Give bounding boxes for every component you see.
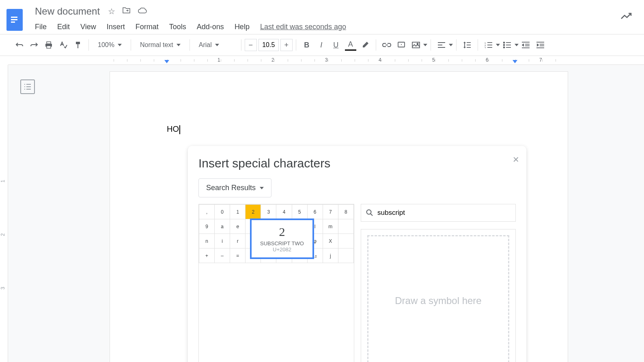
character-cell[interactable]: 4 bbox=[276, 205, 292, 219]
menu-format[interactable]: Format bbox=[136, 23, 159, 31]
character-tooltip: 2 SUBSCRIPT TWO U+2082 bbox=[250, 218, 314, 259]
character-cell[interactable]: 7 bbox=[323, 205, 338, 219]
align-dropdown-icon[interactable] bbox=[449, 44, 453, 46]
character-cell[interactable]: i bbox=[215, 234, 230, 248]
character-cell[interactable]: 2 bbox=[246, 205, 261, 219]
special-characters-dialog: × Insert special characters Search Resul… bbox=[188, 146, 526, 362]
bulleted-list-dropdown-icon[interactable] bbox=[515, 44, 519, 46]
numbered-list-dropdown-icon[interactable] bbox=[496, 44, 500, 46]
bulleted-list-button[interactable] bbox=[500, 38, 515, 52]
paint-format-button[interactable] bbox=[71, 38, 85, 52]
character-cell[interactable]: 3 bbox=[261, 205, 276, 219]
text-color-button[interactable]: A bbox=[343, 38, 358, 52]
numbered-list-button[interactable]: 123 bbox=[481, 38, 496, 52]
character-cell[interactable]: a bbox=[215, 219, 230, 234]
menu-insert[interactable]: Insert bbox=[107, 23, 125, 31]
character-cell[interactable]: r bbox=[230, 234, 246, 248]
menu-help[interactable]: Help bbox=[235, 23, 250, 31]
draw-placeholder: Draw a symbol here bbox=[395, 295, 481, 306]
character-cell[interactable]: 6 bbox=[307, 205, 323, 219]
svg-line-42 bbox=[370, 214, 373, 216]
star-icon[interactable]: ☆ bbox=[108, 6, 115, 16]
vruler-number: 1 bbox=[0, 180, 6, 183]
font-size-input[interactable] bbox=[258, 39, 279, 51]
comment-button[interactable] bbox=[394, 38, 409, 52]
vruler-number: 2 bbox=[0, 233, 6, 236]
docs-logo[interactable] bbox=[6, 9, 23, 31]
redo-button[interactable] bbox=[27, 38, 41, 52]
svg-text:3: 3 bbox=[485, 47, 486, 48]
last-edit-link[interactable]: Last edit was seconds ago bbox=[260, 23, 346, 31]
draw-area[interactable]: Draw a symbol here bbox=[361, 229, 516, 362]
ruler-number: 3 bbox=[325, 57, 328, 63]
left-indent-marker[interactable] bbox=[164, 60, 169, 64]
menu-tools[interactable]: Tools bbox=[169, 23, 186, 31]
bold-button[interactable]: B bbox=[299, 38, 314, 52]
zoom-dropdown[interactable]: 100% bbox=[92, 41, 127, 49]
vruler-number: 3 bbox=[0, 287, 6, 290]
character-cell[interactable]: n bbox=[199, 234, 215, 248]
italic-button[interactable]: I bbox=[314, 38, 329, 52]
line-spacing-button[interactable] bbox=[460, 38, 474, 52]
menu-bar: File Edit View Insert Format Tools Add-o… bbox=[35, 23, 638, 31]
svg-point-41 bbox=[367, 210, 371, 214]
character-cell[interactable]: 0 bbox=[215, 205, 230, 219]
font-dropdown[interactable]: Arial bbox=[193, 41, 238, 49]
close-button[interactable]: × bbox=[513, 153, 519, 166]
search-icon bbox=[366, 209, 373, 216]
menu-view[interactable]: View bbox=[80, 23, 96, 31]
svg-point-22 bbox=[503, 45, 504, 46]
character-cell[interactable]: 1 bbox=[230, 205, 246, 219]
decrease-font-button[interactable]: − bbox=[245, 39, 257, 51]
print-button[interactable] bbox=[41, 38, 56, 52]
highlight-button[interactable] bbox=[358, 38, 373, 52]
svg-point-21 bbox=[503, 42, 504, 43]
svg-rect-5 bbox=[47, 46, 51, 48]
increase-indent-button[interactable] bbox=[533, 38, 548, 52]
menu-file[interactable]: File bbox=[35, 23, 47, 31]
character-cell[interactable] bbox=[338, 219, 353, 234]
character-cell[interactable]: = bbox=[230, 248, 246, 263]
character-cell[interactable]: m bbox=[323, 219, 338, 234]
canvas-area: HO × Insert special characters Search Re… bbox=[8, 65, 644, 362]
tooltip-name: SUBSCRIPT TWO bbox=[260, 240, 304, 246]
search-input[interactable] bbox=[377, 209, 510, 217]
align-button[interactable] bbox=[434, 38, 449, 52]
character-cell[interactable]: + bbox=[199, 248, 215, 263]
character-cell[interactable]: , bbox=[199, 205, 215, 219]
activity-icon[interactable] bbox=[620, 12, 632, 22]
horizontal-ruler[interactable]: 1234567 bbox=[8, 56, 644, 65]
search-box bbox=[361, 204, 516, 222]
document-title[interactable]: New document bbox=[35, 6, 100, 17]
underline-button[interactable]: U bbox=[329, 38, 343, 52]
outline-toggle-button[interactable] bbox=[20, 79, 35, 94]
vertical-ruler[interactable]: 123 bbox=[0, 65, 8, 362]
category-dropdown[interactable]: Search Results bbox=[198, 178, 271, 197]
toolbar: 100% Normal text Arial − + B I U A bbox=[0, 34, 644, 56]
image-dropdown-icon[interactable] bbox=[423, 44, 427, 46]
character-cell[interactable]: X bbox=[323, 234, 338, 248]
style-dropdown[interactable]: Normal text bbox=[134, 41, 186, 49]
increase-font-button[interactable]: + bbox=[280, 39, 293, 51]
character-grid: ,0123456789aeolmniruφX+–=(₁₂j 2 SUBSCRIP… bbox=[198, 204, 354, 362]
menu-edit[interactable]: Edit bbox=[57, 23, 70, 31]
character-cell[interactable] bbox=[338, 234, 353, 248]
undo-button[interactable] bbox=[12, 38, 27, 52]
character-cell[interactable]: 9 bbox=[199, 219, 215, 234]
link-button[interactable] bbox=[379, 38, 394, 52]
spellcheck-button[interactable] bbox=[56, 38, 71, 52]
character-cell[interactable]: j bbox=[323, 248, 338, 263]
right-indent-marker[interactable] bbox=[513, 60, 517, 64]
image-button[interactable] bbox=[409, 38, 423, 52]
document-content[interactable]: HO bbox=[167, 124, 511, 134]
character-cell[interactable]: – bbox=[215, 248, 230, 263]
character-cell[interactable]: 5 bbox=[292, 205, 307, 219]
move-icon[interactable] bbox=[123, 6, 131, 16]
character-cell[interactable] bbox=[338, 248, 353, 263]
decrease-indent-button[interactable] bbox=[519, 38, 533, 52]
character-cell[interactable]: e bbox=[230, 219, 246, 234]
menu-addons[interactable]: Add-ons bbox=[197, 23, 224, 31]
character-cell[interactable]: 8 bbox=[338, 205, 353, 219]
svg-rect-1 bbox=[11, 19, 17, 20]
cloud-icon[interactable] bbox=[138, 6, 147, 16]
